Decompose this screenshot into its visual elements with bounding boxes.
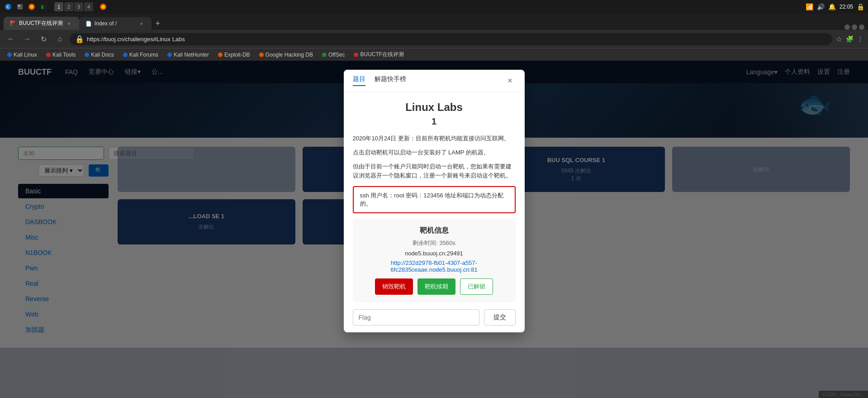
back-button[interactable]: ← xyxy=(5,33,17,45)
svg-point-5 xyxy=(30,5,33,9)
bookmark-label: Google Hacking DB xyxy=(266,52,313,58)
renew-machine-button[interactable]: 靶机续期 xyxy=(417,278,455,295)
bookmarks-bar: Kali Linux Kali Tools Kali Docs Kali For… xyxy=(0,48,868,61)
modal-score: 1 xyxy=(353,116,516,127)
modal-tabs: 题目 解题快手榜 xyxy=(353,75,406,86)
address-bar: ← → ↻ ⌂ 🔒 https://buoj.cn/challenges#Lin… xyxy=(0,30,868,48)
taskbar: K $ 1 2 3 4 📶 🔊 🔔 22:05 🔒 xyxy=(0,0,868,14)
ssh-info-box: ssh 用户名：root 密码：123456 地址和端口为动态分配的。 xyxy=(353,186,516,213)
machine-info-section: 靶机信息 剩余时间: 3560s node5.buuoj.cn:29491 ht… xyxy=(353,219,516,302)
kali-icon[interactable]: K xyxy=(4,2,13,11)
modal-header: 题目 解题快手榜 × xyxy=(344,70,525,92)
modal-close-button[interactable]: × xyxy=(505,75,516,86)
bookmark-label: Kali Docs xyxy=(91,52,114,58)
workspace-3[interactable]: 3 xyxy=(74,2,83,11)
bookmark-icon xyxy=(218,53,223,57)
network-icon: 📶 xyxy=(806,3,813,10)
destroy-machine-button[interactable]: 销毁靶机 xyxy=(375,278,413,295)
svg-text:K: K xyxy=(6,5,9,10)
home-button[interactable]: ⌂ xyxy=(53,33,66,45)
bookmark-label: Kali NetHunter xyxy=(174,52,209,58)
bookmark-kali-tools[interactable]: Kali Tools xyxy=(43,51,79,59)
modal-body: Linux Labs 1 2020年10月24日 更新：目前所有靶机均能直接访问… xyxy=(344,92,525,332)
machine-link[interactable]: http://232d2978-fb01-4307-a557-6fc2835ce… xyxy=(360,259,508,273)
close-button[interactable] xyxy=(859,24,864,30)
modal-tab-problem[interactable]: 题目 xyxy=(353,75,365,86)
modal-title: Linux Labs xyxy=(353,101,516,114)
tab-title-2: Index of / xyxy=(95,20,117,27)
modal-desc1: 点击启动靶机可以启动一台安装好了 LAMP 的机器。 xyxy=(353,148,516,158)
bookmark-kali-forums[interactable]: Kali Forums xyxy=(119,51,162,59)
tab-close-1[interactable]: × xyxy=(66,20,73,27)
workspace-1[interactable]: 1 xyxy=(54,2,63,11)
bookmark-icon xyxy=(46,53,51,57)
browser-chrome: 🚩 BUUCTF在线评测 × 📄 Index of / × + ← → ↻ ⌂ … xyxy=(0,14,868,61)
workspace-4[interactable]: 4 xyxy=(84,2,93,11)
browser-tabs: 🚩 BUUCTF在线评测 × 📄 Index of / × + xyxy=(0,14,868,30)
taskbar-firefox[interactable] xyxy=(99,2,108,11)
forward-button[interactable]: → xyxy=(21,33,33,45)
bookmark-kali-linux[interactable]: Kali Linux xyxy=(4,51,41,59)
clock: 22:05 xyxy=(840,4,853,10)
svg-rect-3 xyxy=(18,5,20,7)
challenge-modal: 题目 解题快手榜 × Linux Labs 1 2020年10月24日 更新：目… xyxy=(344,70,525,332)
flag-input[interactable] xyxy=(353,309,479,326)
bookmark-kali-docs[interactable]: Kali Docs xyxy=(81,51,118,59)
bookmark-icon xyxy=(259,53,264,57)
tab-favicon-2: 📄 xyxy=(85,21,92,27)
firefox-icon[interactable] xyxy=(27,2,36,11)
svg-point-9 xyxy=(101,5,105,9)
bookmark-icon xyxy=(85,53,89,57)
bookmark-buuctf[interactable]: BUUCTF在线评测 xyxy=(350,50,408,59)
bookmark-icon xyxy=(123,53,128,57)
extensions-icon[interactable]: 🧩 xyxy=(846,35,854,43)
new-tab-button[interactable]: + xyxy=(152,17,164,30)
bookmark-icon xyxy=(167,53,172,57)
bookmark-offsec[interactable]: OffSec xyxy=(318,51,348,59)
machine-node: node5.buuoj.cn:29491 xyxy=(360,250,508,257)
refresh-button[interactable]: ↻ xyxy=(37,33,50,45)
machine-buttons: 销毁靶机 靶机续期 已解锁 xyxy=(360,278,508,295)
page-content: BUUCTF FAQ 竞赛中心 链接▾ 公... Language▾ 个人资料 … xyxy=(0,61,868,398)
bookmark-nethunter[interactable]: Kali NetHunter xyxy=(164,51,213,59)
flag-submission-row: 提交 xyxy=(353,309,516,326)
tab-favicon-1: 🚩 xyxy=(10,20,16,26)
bookmark-exploitdb[interactable]: Exploit-DB xyxy=(214,51,254,59)
tab-buuctf[interactable]: 🚩 BUUCTF在线评测 × xyxy=(4,17,79,30)
lock-icon: 🔒 xyxy=(857,3,864,10)
taskbar-right: 📶 🔊 🔔 22:05 🔒 xyxy=(806,3,864,10)
tab-index[interactable]: 📄 Index of / × xyxy=(79,17,152,30)
maximize-button[interactable] xyxy=(852,24,857,30)
volume-icon: 🔊 xyxy=(817,3,825,10)
bookmark-label: Kali Forums xyxy=(129,52,158,58)
flag-submit-button[interactable]: 提交 xyxy=(484,309,516,326)
modal-desc2: 但由于目前一个账户只能同时启动一台靶机，您如果有需要建议浏览器开一个隐私窗口，注… xyxy=(353,162,516,181)
bookmark-icon xyxy=(322,53,327,57)
bookmark-label: OffSec xyxy=(328,52,345,58)
minimize-button[interactable] xyxy=(844,24,850,30)
bookmark-icon xyxy=(354,53,358,57)
unlocked-button[interactable]: 已解锁 xyxy=(460,278,493,295)
url-text: https://buoj.cn/challenges#Linux Labs xyxy=(87,36,827,43)
bookmark-ghdb[interactable]: Google Hacking DB xyxy=(256,51,317,59)
bookmark-icon xyxy=(7,53,12,57)
bookmark-label: BUUCTF在线评测 xyxy=(360,51,404,58)
svg-text:$: $ xyxy=(41,5,43,10)
modal-update-text: 2020年10月24日 更新：目前所有靶机均能直接访问互联网。 xyxy=(353,134,516,144)
bookmark-label: Kali Linux xyxy=(14,52,37,58)
files-icon[interactable] xyxy=(15,2,24,11)
machine-info-title: 靶机信息 xyxy=(360,226,508,235)
modal-tab-leaderboard[interactable]: 解题快手榜 xyxy=(375,75,406,86)
workspace-2[interactable]: 2 xyxy=(64,2,73,11)
menu-icon[interactable]: ⋮ xyxy=(857,35,863,43)
url-bar[interactable]: 🔒 https://buoj.cn/challenges#Linux Labs xyxy=(70,33,832,45)
bookmark-label: Kali Tools xyxy=(52,52,76,58)
taskbar-left: K $ 1 2 3 4 xyxy=(4,2,108,11)
tab-close-2[interactable]: × xyxy=(138,20,145,27)
modal-overlay: 题目 解题快手榜 × Linux Labs 1 2020年10月24日 更新：目… xyxy=(0,61,868,398)
bookmark-label: Exploit-DB xyxy=(224,52,250,58)
machine-time: 剩余时间: 3560s xyxy=(360,239,508,247)
terminal-icon[interactable]: $ xyxy=(39,2,48,11)
bookmark-star-icon[interactable]: ☆ xyxy=(836,35,842,43)
notification-icon: 🔔 xyxy=(828,3,836,10)
